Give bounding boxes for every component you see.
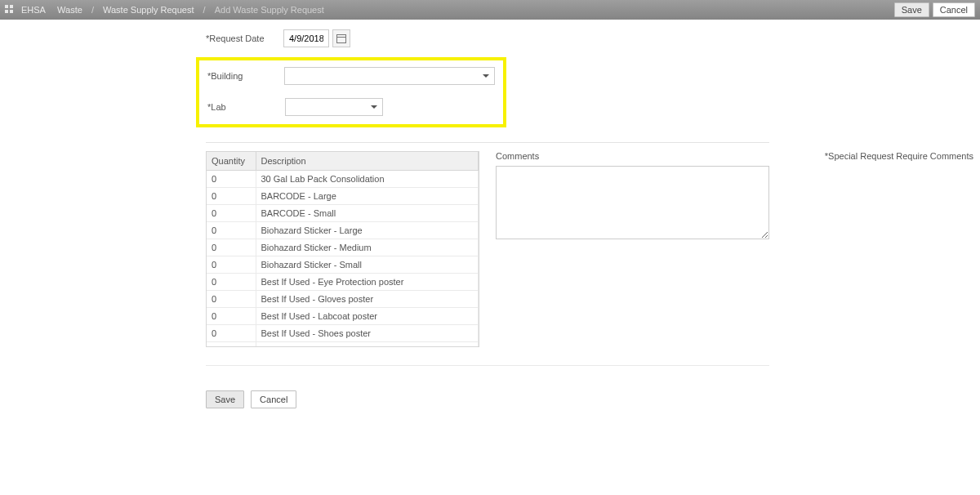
cell-description: 30 Gal Lab Pack Consolidation xyxy=(256,171,479,188)
cell-description: Biohazard Spill Clean Up INSIDE a Biosaf… xyxy=(256,342,479,348)
table-row[interactable]: 0Best If Used - Shoes poster xyxy=(207,325,479,342)
building-label: Building xyxy=(207,71,284,81)
table-row[interactable]: 0BARCODE - Small xyxy=(207,205,479,222)
cell-description: Best If Used - Labcoat poster xyxy=(256,308,479,325)
cell-quantity[interactable]: 0 xyxy=(207,291,256,308)
lab-row: Lab xyxy=(207,98,495,116)
supply-table: Quantity Description 030 Gal Lab Pack Co… xyxy=(207,152,479,347)
table-row[interactable]: 0Biohazard Sticker - Small xyxy=(207,256,479,274)
cell-quantity[interactable]: 0 xyxy=(207,188,256,205)
cell-quantity[interactable]: 0 xyxy=(207,205,256,222)
breadcrumb-item-1[interactable]: Waste Supply Request xyxy=(103,5,194,15)
table-row[interactable]: 0Biohazard Sticker - Medium xyxy=(207,239,479,256)
comments-textarea[interactable] xyxy=(496,166,769,239)
bottom-actions: Save Cancel xyxy=(206,390,973,408)
cell-description: Best If Used - Shoes poster xyxy=(256,325,479,342)
cell-description: BARCODE - Large xyxy=(256,188,479,205)
breadcrumb-sep: / xyxy=(201,5,208,15)
col-quantity-header[interactable]: Quantity xyxy=(207,152,256,171)
table-row[interactable]: 0Best If Used - Eye Protection poster xyxy=(207,274,479,291)
divider xyxy=(206,365,769,366)
divider xyxy=(206,142,769,143)
building-select[interactable] xyxy=(284,67,495,85)
app-grid-icon[interactable] xyxy=(5,5,15,15)
cell-quantity[interactable]: 0 xyxy=(207,239,256,256)
table-row[interactable]: 0Biohazard Sticker - Large xyxy=(207,222,479,239)
lab-select[interactable] xyxy=(285,98,383,116)
request-date-label: Request Date xyxy=(206,33,283,43)
cell-quantity[interactable]: 0 xyxy=(207,171,256,188)
highlight-annotation: Building Lab xyxy=(196,57,506,127)
cell-quantity[interactable]: 0 xyxy=(207,342,256,348)
building-row: Building xyxy=(207,67,495,85)
cell-quantity[interactable]: 0 xyxy=(207,325,256,342)
cell-quantity[interactable]: 0 xyxy=(207,222,256,239)
cell-quantity[interactable]: 0 xyxy=(207,274,256,291)
table-row[interactable]: 030 Gal Lab Pack Consolidation xyxy=(207,171,479,188)
request-date-input[interactable] xyxy=(283,29,329,47)
cell-description: Biohazard Sticker - Medium xyxy=(256,239,479,256)
top-save-button[interactable]: Save xyxy=(894,2,929,17)
comments-section: Comments *Special Request Require Commen… xyxy=(496,151,973,347)
cancel-button[interactable]: Cancel xyxy=(251,390,296,408)
calendar-button[interactable] xyxy=(332,29,350,47)
chevron-down-icon xyxy=(371,105,377,109)
breadcrumb-app[interactable]: EHSA xyxy=(21,5,46,15)
cell-description: Best If Used - Eye Protection poster xyxy=(256,274,479,291)
table-row[interactable]: 0Best If Used - Gloves poster xyxy=(207,291,479,308)
cell-description: Best If Used - Gloves poster xyxy=(256,291,479,308)
table-row[interactable]: 0Best If Used - Labcoat poster xyxy=(207,308,479,325)
cell-description: BARCODE - Small xyxy=(256,205,479,222)
save-button[interactable]: Save xyxy=(206,390,244,408)
table-row[interactable]: 0Biohazard Spill Clean Up INSIDE a Biosa… xyxy=(207,342,479,348)
col-description-header[interactable]: Description xyxy=(256,152,479,171)
form-area: Request Date Building Lab xyxy=(206,20,973,408)
mid-section: Quantity Description 030 Gal Lab Pack Co… xyxy=(206,151,973,347)
lab-label: Lab xyxy=(207,102,285,112)
table-row[interactable]: 0BARCODE - Large xyxy=(207,188,479,205)
comments-label: Comments xyxy=(496,151,539,161)
breadcrumb-sep: / xyxy=(89,5,96,15)
cell-description: Biohazard Sticker - Small xyxy=(256,256,479,274)
cell-quantity[interactable]: 0 xyxy=(207,256,256,274)
calendar-icon xyxy=(336,34,346,43)
supply-table-container[interactable]: Quantity Description 030 Gal Lab Pack Co… xyxy=(206,151,479,347)
breadcrumb-current: Add Waste Supply Request xyxy=(215,5,324,15)
cell-description: Biohazard Sticker - Large xyxy=(256,222,479,239)
comments-note: *Special Request Require Comments xyxy=(825,151,973,161)
cell-quantity[interactable]: 0 xyxy=(207,308,256,325)
request-date-row: Request Date xyxy=(206,29,973,47)
breadcrumb-item-0[interactable]: Waste xyxy=(57,5,82,15)
top-cancel-button[interactable]: Cancel xyxy=(933,2,975,17)
top-nav-bar: EHSA Waste / Waste Supply Request / Add … xyxy=(0,0,980,20)
chevron-down-icon xyxy=(483,74,489,78)
